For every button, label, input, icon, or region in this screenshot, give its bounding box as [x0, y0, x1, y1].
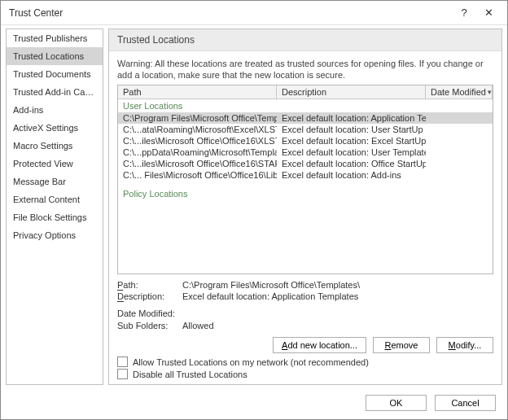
titlebar: Trust Center ? ✕ [1, 1, 507, 25]
cell-date [426, 124, 493, 135]
chevron-down-icon: ▾ [488, 88, 492, 96]
sidebar-item[interactable]: File Block Settings [7, 208, 103, 226]
cell-date [426, 169, 493, 181]
allow-network-check[interactable]: Allow Trusted Locations on my network (n… [117, 357, 493, 367]
locations-grid: Path Description Date Modified ▾ User Lo… [117, 85, 493, 274]
right-pane: Trusted Locations Warning: All these loc… [108, 28, 502, 385]
cell-path: C:\...ata\Roaming\Microsoft\Excel\XLSTAR… [118, 124, 277, 135]
sidebar-item[interactable]: Message Bar [7, 173, 103, 190]
cell-path: C:\...iles\Microsoft Office\Office16\XLS… [118, 135, 277, 147]
checkbox-icon [117, 369, 128, 379]
sidebar-item[interactable]: Trusted Documents [7, 65, 103, 83]
cell-date [426, 158, 493, 169]
details-date-label: Date Modified: [117, 308, 182, 320]
details-subfolders-value: Allowed [182, 320, 214, 332]
sidebar-item[interactable]: Trusted Publishers [7, 29, 103, 47]
table-row[interactable]: C:\...iles\Microsoft Office\Office16\STA… [118, 158, 493, 169]
table-row[interactable]: C:\...iles\Microsoft Office\Office16\XLS… [118, 135, 493, 147]
section-header: Trusted Locations [109, 29, 501, 51]
warning-text: Warning: All these locations are treated… [117, 58, 493, 81]
window-title: Trust Center [9, 7, 452, 19]
sidebar: Trusted PublishersTrusted LocationsTrust… [6, 28, 103, 385]
disable-all-check[interactable]: Disable all Trusted Locations [117, 369, 493, 379]
trust-center-dialog: Trust Center ? ✕ Trusted PublishersTrust… [0, 0, 508, 420]
sidebar-item[interactable]: Macro Settings [7, 137, 103, 155]
group-label: User Locations [118, 99, 493, 112]
cell-path: C:\...iles\Microsoft Office\Office16\STA… [118, 158, 277, 169]
col-description[interactable]: Description [277, 85, 426, 98]
sidebar-item[interactable]: Trusted Locations [7, 47, 103, 65]
col-date-modified[interactable]: Date Modified ▾ [426, 85, 493, 98]
cell-desc: Excel default location: Application Temp… [277, 112, 426, 124]
remove-button[interactable]: Remove [373, 337, 430, 353]
cell-date [426, 147, 493, 158]
cell-date [426, 112, 493, 124]
details-path-label: Path: [117, 279, 182, 291]
sidebar-item[interactable]: Add-ins [7, 101, 103, 119]
sidebar-item[interactable]: ActiveX Settings [7, 119, 103, 137]
table-row[interactable]: C:\...ppData\Roaming\Microsoft\Templates… [118, 147, 493, 158]
location-buttons: Add new location... Remove Modify... [117, 337, 493, 353]
table-row[interactable]: C:\Program Files\Microsoft Office\Templa… [118, 112, 493, 124]
sidebar-item[interactable]: External Content [7, 190, 103, 208]
details-path-value: C:\Program Files\Microsoft Office\Templa… [182, 279, 360, 291]
cell-path: C:\Program Files\Microsoft Office\Templa… [118, 112, 277, 124]
cell-desc: Excel default location: User Templates [277, 147, 426, 158]
cell-path: C:\...ppData\Roaming\Microsoft\Templates… [118, 147, 277, 158]
details-subfolders-label: Sub Folders: [117, 320, 182, 332]
sidebar-item[interactable]: Protected View [7, 155, 103, 173]
cell-desc: Excel default location: User StartUp [277, 124, 426, 135]
cell-path: C:\... Files\Microsoft Office\Office16\L… [118, 169, 277, 181]
options-checks: Allow Trusted Locations on my network (n… [117, 357, 493, 379]
dialog-footer: OK Cancel [1, 388, 507, 419]
cell-desc: Excel default location: Excel StartUp [277, 135, 426, 147]
help-button[interactable]: ? [452, 2, 476, 24]
grid-body[interactable]: User LocationsC:\Program Files\Microsoft… [118, 99, 493, 273]
table-row[interactable]: C:\...ata\Roaming\Microsoft\Excel\XLSTAR… [118, 124, 493, 135]
cancel-button[interactable]: Cancel [435, 395, 496, 411]
grid-header: Path Description Date Modified ▾ [118, 85, 493, 99]
sidebar-item[interactable]: Trusted Add-in Catalogs [7, 83, 103, 101]
cell-desc: Excel default location: Office StartUp [277, 158, 426, 169]
cell-date [426, 135, 493, 147]
sidebar-item[interactable]: Privacy Options [7, 226, 103, 244]
group-label: Policy Locations [118, 187, 493, 200]
table-row[interactable]: C:\... Files\Microsoft Office\Office16\L… [118, 169, 493, 181]
details-desc-label: Description: [117, 291, 182, 303]
ok-button[interactable]: OK [366, 395, 427, 411]
col-path[interactable]: Path [118, 85, 277, 98]
checkbox-icon [117, 357, 128, 367]
details-desc-value: Excel default location: Application Temp… [182, 291, 358, 303]
modify-button[interactable]: Modify... [436, 337, 493, 353]
details-panel: Path: C:\Program Files\Microsoft Office\… [117, 279, 493, 332]
add-location-button[interactable]: Add new location... [273, 337, 366, 353]
cell-desc: Excel default location: Add-ins [277, 169, 426, 181]
close-button[interactable]: ✕ [476, 2, 501, 24]
